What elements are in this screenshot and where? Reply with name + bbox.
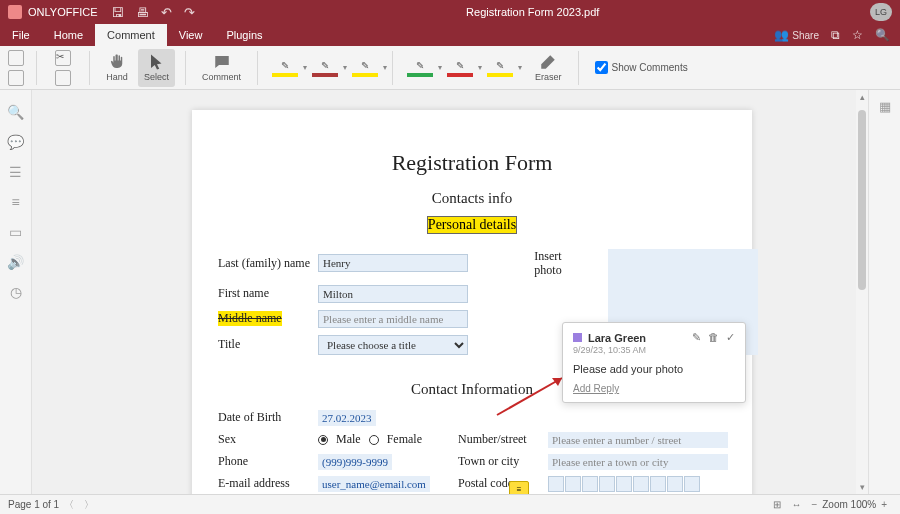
- comment-text: Please add your photo: [573, 363, 735, 375]
- zoom-in-button[interactable]: +: [876, 499, 892, 510]
- input-number-street[interactable]: Please enter a number / street: [548, 432, 728, 448]
- select-tool[interactable]: Select: [138, 49, 175, 87]
- about-icon[interactable]: ◷: [8, 284, 24, 300]
- add-reply-button[interactable]: Add Reply: [573, 383, 735, 394]
- comment-popup: Lara Green ✎ 🗑 ✓ 9/29/23, 10:35 AM Pleas…: [562, 322, 746, 403]
- document-canvas[interactable]: Registration Form Contacts info Personal…: [32, 90, 868, 494]
- radio-sex: Male Female: [318, 432, 448, 447]
- zoom-out-button[interactable]: −: [806, 499, 822, 510]
- value-phone[interactable]: (999)999-9999: [318, 454, 392, 470]
- highlight-yellow[interactable]: ✎: [272, 59, 298, 77]
- label-middle-name: Middle name: [218, 311, 282, 326]
- favorite-icon[interactable]: ☆: [852, 28, 863, 42]
- label-dob: Date of Birth: [218, 410, 318, 425]
- comment-author: Lara Green: [588, 332, 692, 344]
- input-postal[interactable]: [548, 476, 728, 492]
- share-button[interactable]: 👥 Share: [774, 28, 819, 42]
- edit-comment-icon[interactable]: ✎: [692, 331, 701, 344]
- show-comments-toggle[interactable]: Show Comments: [595, 61, 688, 74]
- prev-page-button[interactable]: 〈: [59, 498, 79, 512]
- resolve-comment-icon[interactable]: ✓: [726, 331, 735, 344]
- underline-red[interactable]: ✎: [312, 59, 338, 77]
- logo-icon: [8, 5, 22, 19]
- show-comments-checkbox[interactable]: [595, 61, 608, 74]
- find-icon[interactable]: 🔍: [8, 104, 24, 120]
- comment-date: 9/29/23, 10:35 AM: [573, 345, 735, 355]
- vertical-scrollbar[interactable]: ▴ ▾: [856, 90, 868, 494]
- strike-yellow2[interactable]: ✎: [487, 59, 513, 77]
- left-sidebar: 🔍 💬 ☰ ≡ ▭ 🔊 ◷: [0, 90, 32, 494]
- input-first-name[interactable]: [318, 285, 468, 303]
- radio-male[interactable]: [318, 435, 328, 445]
- input-town[interactable]: Please enter a town or city: [548, 454, 728, 470]
- label-last-name: Last (family) name: [218, 256, 318, 271]
- search-icon[interactable]: 🔍: [875, 28, 890, 42]
- delete-comment-icon[interactable]: 🗑: [708, 331, 719, 344]
- value-dob[interactable]: 27.02.2023: [318, 410, 376, 426]
- menu-plugins[interactable]: Plugins: [214, 24, 274, 46]
- document-title: Registration Form 2023.pdf: [195, 6, 870, 18]
- label-first-name: First name: [218, 286, 318, 301]
- navigation-icon[interactable]: ≡: [8, 194, 24, 210]
- label-phone: Phone: [218, 454, 318, 469]
- app-name: ONLYOFFICE: [28, 6, 97, 18]
- hand-tool[interactable]: Hand: [100, 49, 134, 87]
- fit-width-icon[interactable]: ↔: [786, 499, 806, 510]
- cut-icon[interactable]: ✂: [55, 50, 71, 66]
- app-logo: ONLYOFFICE: [8, 5, 97, 19]
- insert-photo-label: Insertphoto: [488, 249, 608, 278]
- feedback-icon[interactable]: 🔊: [8, 254, 24, 270]
- label-title: Title: [218, 337, 318, 352]
- fit-page-icon[interactable]: ⊞: [768, 499, 786, 510]
- copy-icon[interactable]: [8, 50, 24, 66]
- label-email: E-mail address: [218, 476, 318, 491]
- save-icon[interactable]: 🖫: [111, 5, 124, 20]
- input-last-name[interactable]: [318, 254, 468, 272]
- user-avatar[interactable]: LG: [870, 3, 892, 21]
- underline-red2[interactable]: ✎: [447, 59, 473, 77]
- select-title[interactable]: Please choose a title: [318, 335, 468, 355]
- page-indicator: Page 1 of 1: [8, 499, 59, 510]
- menubar: File Home Comment View Plugins 👥 Share ⧉…: [0, 24, 900, 46]
- menu-comment[interactable]: Comment: [95, 24, 167, 46]
- comment-color-icon: [573, 333, 582, 342]
- input-middle-name[interactable]: [318, 310, 468, 328]
- zoom-level: Zoom 100%: [822, 499, 876, 510]
- titlebar: ONLYOFFICE 🖫 🖶 ↶ ↷ Registration Form 202…: [0, 0, 900, 24]
- eraser-tool[interactable]: Eraser: [529, 49, 568, 87]
- label-sex: Sex: [218, 432, 318, 447]
- value-email[interactable]: user_name@email.com: [318, 476, 430, 492]
- page-thumbnails-icon[interactable]: ▦: [877, 98, 893, 114]
- scroll-thumb[interactable]: [858, 110, 866, 290]
- statusbar: Page 1 of 1 〈 〉 ⊞ ↔ − Zoom 100% +: [0, 494, 900, 514]
- label-town: Town or city: [458, 454, 548, 469]
- menu-view[interactable]: View: [167, 24, 215, 46]
- contacts-header: Contacts info: [218, 190, 726, 207]
- label-number-street: Number/street: [458, 432, 548, 447]
- label-postal: Postal code: [458, 476, 548, 491]
- next-page-button[interactable]: 〉: [79, 498, 99, 512]
- print-icon[interactable]: 🖶: [136, 5, 149, 20]
- menu-home[interactable]: Home: [42, 24, 95, 46]
- comment-tool[interactable]: Comment: [196, 49, 247, 87]
- radio-female[interactable]: [369, 435, 379, 445]
- personal-details-heading: Personal details: [428, 217, 516, 233]
- menu-file[interactable]: File: [0, 24, 42, 46]
- select-all-icon[interactable]: [55, 70, 71, 86]
- redo-icon[interactable]: ↷: [184, 5, 195, 20]
- toolbar: ✂ Hand Select Comment ✎ ✎ ✎ ✎ ✎ ✎ E: [0, 46, 900, 90]
- paste-icon[interactable]: [8, 70, 24, 86]
- strike-yellow[interactable]: ✎: [352, 59, 378, 77]
- form-title: Registration Form: [218, 150, 726, 176]
- undo-icon[interactable]: ↶: [161, 5, 172, 20]
- comment-marker-icon[interactable]: ≡: [509, 481, 529, 494]
- comments-panel-icon[interactable]: 💬: [8, 134, 24, 150]
- highlight-green[interactable]: ✎: [407, 59, 433, 77]
- scroll-up-icon[interactable]: ▴: [858, 92, 866, 102]
- chat-icon[interactable]: ☰: [8, 164, 24, 180]
- open-location-icon[interactable]: ⧉: [831, 28, 840, 42]
- thumbnails-icon[interactable]: ▭: [8, 224, 24, 240]
- pdf-page: Registration Form Contacts info Personal…: [192, 110, 752, 494]
- scroll-down-icon[interactable]: ▾: [858, 482, 866, 492]
- right-sidebar: ▦: [868, 90, 900, 494]
